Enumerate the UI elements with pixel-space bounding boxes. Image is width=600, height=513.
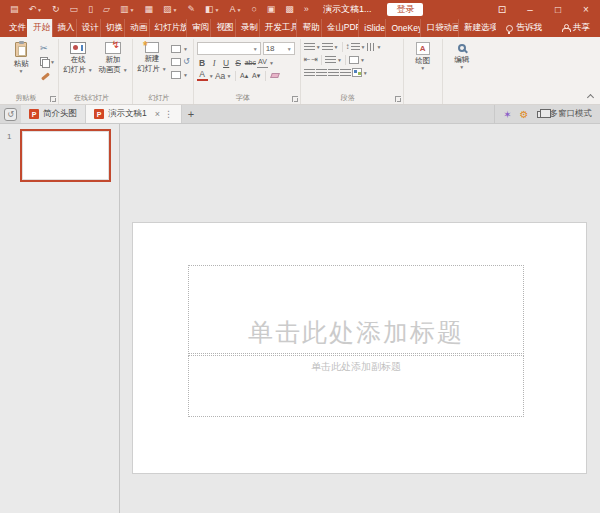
- text-vertical-align-button[interactable]: ▼: [349, 56, 365, 64]
- copy-button[interactable]: ▼: [40, 57, 55, 66]
- convert-smartart-button[interactable]: ▼: [352, 68, 368, 77]
- dropdown-icon: ▼: [227, 73, 232, 79]
- ribbon-tab-录制[interactable]: 录制: [235, 19, 259, 37]
- minimize-icon[interactable]: –: [516, 0, 544, 19]
- ribbon-tab-新建选项[interactable]: 新建选项: [458, 19, 496, 37]
- new-tab-button[interactable]: +: [182, 105, 200, 123]
- ribbon-tab-帮助[interactable]: 帮助: [296, 19, 320, 37]
- ribbon-tab-插入[interactable]: 插入: [52, 19, 76, 37]
- cut-button[interactable]: ✂: [40, 44, 55, 53]
- workspace-restore-icon[interactable]: ↺: [4, 108, 17, 121]
- new-file-icon[interactable]: ▯: [88, 5, 93, 14]
- dropdown-icon: ▼: [420, 66, 425, 70]
- screenshot-icon[interactable]: ▣: [267, 5, 276, 14]
- subtitle-placeholder[interactable]: 单击此处添加副标题: [188, 355, 524, 417]
- bullets-button[interactable]: ▼: [304, 43, 321, 51]
- dialog-launcher-icon[interactable]: [292, 96, 298, 102]
- font-color-button[interactable]: A: [197, 70, 208, 81]
- ribbon-tab-OneKey[interactable]: OneKey: [385, 19, 420, 37]
- collapse-ribbon-icon[interactable]: [587, 94, 594, 101]
- ribbon-tab-开发工具[interactable]: 开发工具: [259, 19, 297, 37]
- change-case-button[interactable]: Aa: [215, 71, 226, 81]
- save-icon[interactable]: ▤: [10, 5, 19, 14]
- paste-button[interactable]: 粘贴 ▼: [5, 40, 37, 73]
- decrease-indent-icon[interactable]: ⇤: [304, 56, 311, 64]
- grow-font-button[interactable]: A▴: [239, 71, 250, 81]
- slide-thumbnail[interactable]: [20, 129, 111, 182]
- settings-gear-icon[interactable]: ⚙: [520, 109, 529, 120]
- increase-indent-icon[interactable]: ⇥: [311, 56, 318, 64]
- section-button[interactable]: ▼: [171, 70, 190, 79]
- ribbon-tab-设计[interactable]: 设计: [76, 19, 100, 37]
- ribbon-tab-视图[interactable]: 视图: [210, 19, 234, 37]
- text-direction-button[interactable]: ▼: [367, 43, 382, 51]
- tell-me-button[interactable]: 告诉我: [496, 19, 553, 37]
- ribbon-tab-审阅[interactable]: 审阅: [186, 19, 210, 37]
- pen-icon[interactable]: ✎: [187, 5, 195, 14]
- ribbon-tab-iSlide[interactable]: iSlide: [358, 19, 385, 37]
- pin-slide-icon[interactable]: ▨▼: [163, 5, 177, 14]
- layout-button[interactable]: ▼: [171, 44, 190, 53]
- font-size-combobox[interactable]: 18▼: [263, 42, 295, 55]
- beautify-wand-icon[interactable]: ✶: [503, 109, 511, 120]
- close-icon[interactable]: ×: [572, 0, 600, 19]
- clear-all-formatting-icon[interactable]: [270, 73, 280, 78]
- doc-tab-active[interactable]: P 演示文稿1 × ⋮: [86, 105, 182, 123]
- maximize-icon[interactable]: □: [544, 0, 572, 19]
- format-painter-button[interactable]: [40, 70, 55, 79]
- character-spacing-button[interactable]: AV: [257, 57, 268, 68]
- login-button[interactable]: 登录: [387, 3, 423, 16]
- oval-icon[interactable]: ○: [251, 5, 256, 14]
- tab-menu-icon[interactable]: ⋮: [164, 109, 173, 119]
- slide[interactable]: 单击此处添加标题 单击此处添加副标题: [132, 222, 587, 474]
- align-center-icon[interactable]: [316, 69, 327, 77]
- align-left-icon[interactable]: [304, 69, 315, 77]
- photo-album-icon[interactable]: ▥▼: [120, 5, 134, 14]
- group-label-online-slides: 在线幻灯片: [59, 93, 124, 103]
- more-commands-icon[interactable]: »: [304, 5, 309, 14]
- bold-button[interactable]: B: [197, 58, 208, 68]
- drawing-button[interactable]: A 绘图 ▼: [407, 40, 439, 70]
- ribbon-tab-金山PDF[interactable]: 金山PDF: [321, 19, 359, 37]
- font-name-combobox[interactable]: ▼: [197, 42, 261, 55]
- ink-color-icon[interactable]: ◧▼: [205, 5, 219, 14]
- editing-button[interactable]: 编辑 ▼: [446, 40, 478, 69]
- ribbon-tab-动画[interactable]: 动画: [124, 19, 148, 37]
- paragraph-grid: ▼ ▼ ↕▼ ▼ ⇤ ⇥ ▼ ▼: [304, 40, 400, 77]
- ribbon-tab-幻灯片放[interactable]: 幻灯片放: [149, 19, 187, 37]
- multi-window-mode-button[interactable]: 多窗口模式: [537, 108, 593, 120]
- close-tab-icon[interactable]: ×: [155, 109, 160, 119]
- title-placeholder[interactable]: 单击此处添加标题: [188, 265, 524, 354]
- align-right-icon[interactable]: [328, 69, 339, 77]
- dialog-launcher-icon[interactable]: [395, 96, 401, 102]
- font-color-icon[interactable]: A▼: [229, 5, 241, 14]
- ribbon-tab-口袋动画[interactable]: 口袋动画: [420, 19, 458, 37]
- print-preview-icon[interactable]: ▱: [103, 5, 110, 14]
- new-animation-page-button[interactable]: 新加 动画页 ▼: [97, 40, 129, 74]
- redo-icon[interactable]: ↻: [52, 5, 60, 14]
- numbering-button[interactable]: ▼: [322, 43, 339, 51]
- line-spacing-button[interactable]: ↕▼: [346, 43, 366, 51]
- ribbon-display-options-icon[interactable]: ⊡: [488, 0, 516, 19]
- new-animation-page-icon: [105, 42, 121, 54]
- share-button[interactable]: 共享: [552, 19, 600, 37]
- doc-tab-inactive[interactable]: P 简介头图: [21, 105, 86, 123]
- dialog-launcher-icon[interactable]: [50, 96, 56, 102]
- strikethrough-button[interactable]: S: [233, 58, 244, 68]
- online-slides-button[interactable]: 在线 幻灯片 ▼: [62, 40, 94, 74]
- reset-button[interactable]: ↺: [171, 57, 190, 66]
- align-text-button[interactable]: ▼: [325, 56, 342, 64]
- new-slide-button[interactable]: 新建 幻灯片 ▼: [136, 40, 168, 73]
- copy-pages-icon[interactable]: ▩: [285, 5, 294, 14]
- ribbon-tab-开始[interactable]: 开始: [27, 19, 51, 37]
- clear-formatting-button[interactable]: abc: [245, 58, 256, 68]
- shrink-font-button[interactable]: A▾: [251, 71, 262, 81]
- start-slideshow-icon[interactable]: ▭: [70, 5, 79, 14]
- ribbon-tab-文件[interactable]: 文件: [4, 19, 27, 37]
- ribbon-tab-切换[interactable]: 切换: [100, 19, 124, 37]
- justify-icon[interactable]: [340, 69, 351, 77]
- table-icon[interactable]: ▦: [144, 5, 153, 14]
- undo-icon[interactable]: ↶▼: [29, 5, 43, 14]
- italic-button[interactable]: I: [209, 58, 220, 68]
- underline-button[interactable]: U: [221, 58, 232, 68]
